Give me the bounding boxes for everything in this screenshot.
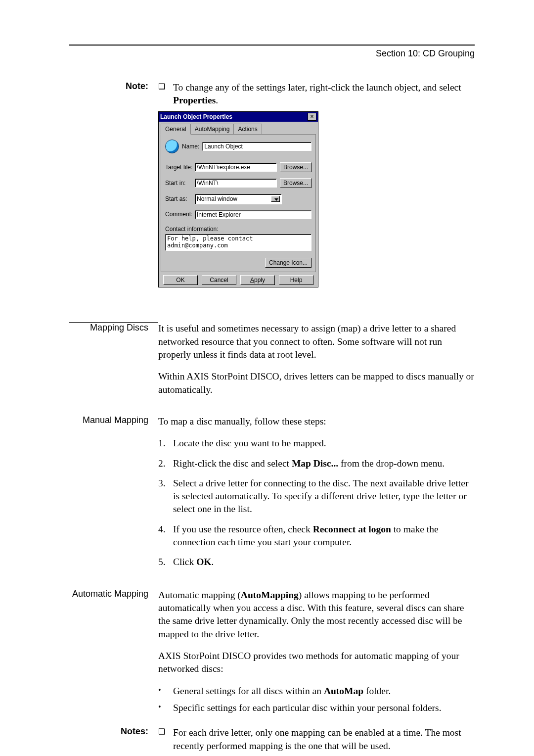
step-text: If you use the resource often, check Rec… [173,523,475,549]
tab-automapping[interactable]: AutoMapping [190,124,234,134]
step-number: 4. [158,523,173,549]
checkbox-icon: ❏ [158,81,173,107]
comment-field[interactable] [195,210,312,219]
change-icon-button[interactable]: Change Icon... [265,258,312,268]
manual-mapping-heading: Manual Mapping [69,415,158,425]
start-in-field[interactable] [195,179,277,188]
browse-button[interactable]: Browse... [280,178,312,188]
help-button[interactable]: Help [279,275,313,285]
automatic-mapping-heading: Automatic Mapping [69,589,158,599]
contact-info-field[interactable]: For help, please contact admin@company.c… [165,234,312,251]
tab-actions[interactable]: Actions [233,124,262,134]
auto-mapping-p1: Automatic mapping (AutoMapping) allows m… [158,589,475,641]
notes-text: For each drive letter, only one mapping … [173,726,475,753]
step-number: 5. [158,556,173,568]
manual-mapping-intro: To map a disc manually, follow these ste… [158,415,475,428]
mapping-discs-heading: Mapping Discs [69,322,158,333]
cancel-button[interactable]: Cancel [202,275,236,285]
ok-button[interactable]: OK [163,275,198,285]
note-label: Note: [69,81,158,92]
launch-object-properties-dialog: Launch Object Properties × General AutoM… [158,111,318,288]
section-header: Section 10: CD Grouping [69,48,475,59]
apply-button[interactable]: AApplypply [240,275,275,285]
comment-label: Comment: [165,210,195,218]
tab-general[interactable]: General [161,124,191,135]
name-label: Name: [182,142,199,150]
target-file-field[interactable] [195,163,277,172]
bullet-icon: • [158,685,173,698]
checkbox-icon: ❏ [158,726,173,753]
bullet-icon: • [158,702,173,714]
step-text: Select a drive letter for connecting to … [173,477,475,516]
name-field[interactable] [202,142,312,151]
chevron-down-icon[interactable] [271,196,280,202]
start-in-label: Start in: [165,179,195,187]
mapping-discs-p2: Within AXIS StorPoint DISCO, drives lett… [158,370,475,396]
dialog-title: Launch Object Properties [160,113,232,121]
start-as-value: Normal window [197,195,237,203]
step-number: 3. [158,477,173,516]
target-file-label: Target file: [165,163,195,171]
globe-icon [165,140,179,153]
start-as-label: Start as: [165,195,195,203]
bullet-text: Specific settings for each particular di… [173,702,442,714]
step-text: Click OK. [173,556,214,568]
step-text: Locate the disc you want to be mapped. [173,437,326,450]
start-as-select[interactable]: Normal window [195,194,282,204]
auto-mapping-p2: AXIS StorPoint DISCO provides two method… [158,650,475,676]
note-text: To change any of the settings later, rig… [173,81,475,107]
step-number: 2. [158,457,173,470]
close-icon[interactable]: × [308,113,316,121]
step-text: Right-click the disc and select Map Disc… [173,457,445,470]
step-number: 1. [158,437,173,450]
mapping-discs-p1: It is useful and sometimes necessary to … [158,322,475,361]
contact-info-label: Contact information: [165,225,312,233]
browse-button[interactable]: Browse... [280,162,312,172]
bullet-text: General settings for all discs within an… [173,685,391,698]
notes-label: Notes: [69,726,158,737]
